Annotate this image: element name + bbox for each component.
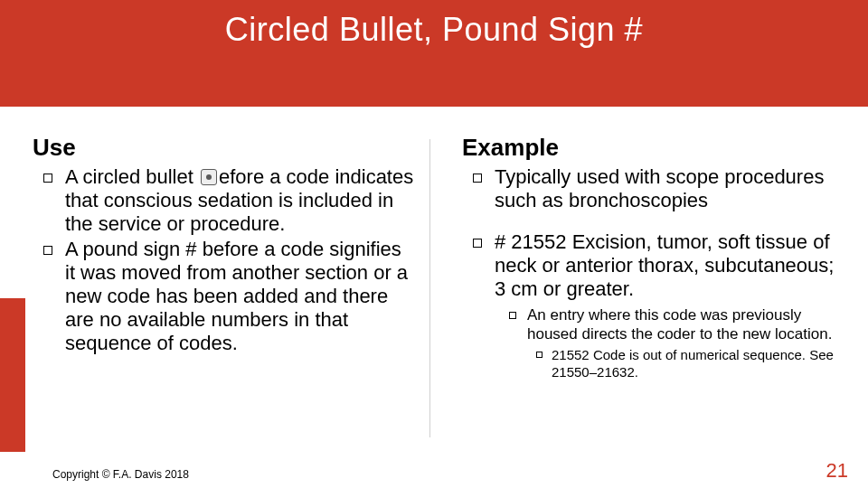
example-bullet-1-text: Typically used with scope procedures suc…: [495, 165, 844, 212]
example-bullet-2a1-text: 21552 Code is out of numerical sequence.…: [552, 347, 844, 380]
circled-bullet-icon: [201, 169, 217, 185]
left-accent-bar: [0, 298, 25, 452]
square-bullet-icon: [473, 174, 482, 183]
use-heading: Use: [33, 134, 415, 162]
example-heading: Example: [462, 134, 844, 162]
example-bullet-2-text: # 21552 Excision, tumor, soft tissue of …: [495, 230, 844, 301]
square-bullet-icon: [473, 239, 482, 248]
vertical-divider: [429, 139, 430, 437]
spacer: [462, 214, 844, 230]
example-bullet-1: Typically used with scope procedures suc…: [473, 165, 844, 212]
square-bullet-icon: [43, 174, 52, 183]
page-number: 21: [826, 459, 848, 483]
example-bullet-2a-text: An entry where this code was previously …: [527, 306, 844, 343]
square-bullet-icon: [536, 352, 542, 358]
example-bullet-2: # 21552 Excision, tumor, soft tissue of …: [473, 230, 844, 301]
left-column: Use A circled bullet efore a code indica…: [33, 134, 433, 382]
use-bullet-1: A circled bullet efore a code indicates …: [43, 165, 415, 236]
title-band: Circled Bullet, Pound Sign #: [0, 0, 868, 107]
use-b1-pre: A circled bullet: [65, 165, 199, 188]
content-area: Use A circled bullet efore a code indica…: [0, 107, 868, 382]
example-bullet-2a1: 21552 Code is out of numerical sequence.…: [536, 347, 844, 380]
use-bullet-2-text: A pound sign # before a code signifies i…: [65, 238, 415, 355]
use-bullet-1-text: A circled bullet efore a code indicates …: [65, 165, 415, 236]
example-bullet-2a: An entry where this code was previously …: [509, 306, 844, 343]
copyright-text: Copyright © F.A. Davis 2018: [52, 468, 189, 481]
square-bullet-icon: [43, 246, 52, 255]
use-bullet-2: A pound sign # before a code signifies i…: [43, 238, 415, 355]
slide-title: Circled Bullet, Pound Sign #: [225, 11, 643, 49]
right-column: Example Typically used with scope proced…: [433, 134, 844, 382]
square-bullet-icon: [509, 312, 516, 319]
